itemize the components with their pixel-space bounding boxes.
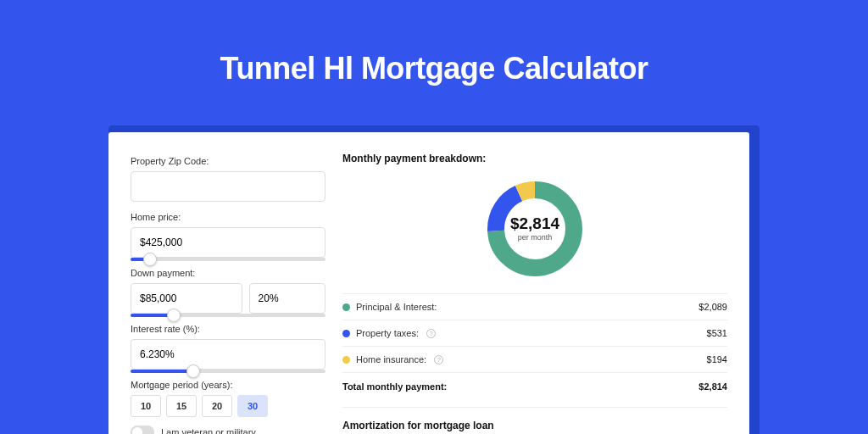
period-row: 10 15 20 30 <box>131 395 326 417</box>
legend-label: Property taxes: <box>356 328 419 338</box>
help-icon[interactable]: ? <box>426 329 436 338</box>
breakdown-title: Monthly payment breakdown: <box>342 153 727 164</box>
legend-label: Principal & Interest: <box>356 302 437 312</box>
dot-icon <box>342 303 350 311</box>
amortization-title: Amortization for mortgage loan <box>342 420 727 431</box>
period-option-20[interactable]: 20 <box>202 395 232 417</box>
toggle-knob <box>132 427 142 434</box>
interest-input[interactable] <box>131 339 326 370</box>
interest-label: Interest rate (%): <box>131 324 326 334</box>
legend-value: $194 <box>707 354 727 364</box>
interest-slider[interactable] <box>131 370 326 373</box>
donut-center-amount: $2,814 <box>510 214 560 232</box>
slider-thumb[interactable] <box>186 364 200 378</box>
legend-row-taxes: Property taxes: ? $531 <box>342 320 727 346</box>
page-title: Tunnel Hl Mortgage Calculator <box>0 0 868 86</box>
period-option-10[interactable]: 10 <box>131 395 161 417</box>
period-option-15[interactable]: 15 <box>166 395 197 417</box>
down-payment-label: Down payment: <box>131 268 326 278</box>
donut-svg: $2,814 per month <box>482 176 587 281</box>
donut-center-sub: per month <box>518 233 553 242</box>
amortization-section: Amortization for mortgage loan Amortizat… <box>342 407 727 434</box>
period-option-30[interactable]: 30 <box>237 395 268 417</box>
slider-thumb[interactable] <box>167 309 181 322</box>
legend-row-principal: Principal & Interest: $2,089 <box>342 293 727 320</box>
down-payment-input[interactable] <box>131 283 242 314</box>
veteran-toggle[interactable] <box>131 426 154 434</box>
dot-icon <box>342 330 350 337</box>
dot-icon <box>342 356 350 364</box>
total-row: Total monthly payment: $2,814 <box>342 372 727 402</box>
legend-value: $531 <box>707 328 727 338</box>
calculator-panel: Property Zip Code: Home price: Down paym… <box>108 132 749 434</box>
legend-value: $2,089 <box>698 302 727 312</box>
home-price-input[interactable] <box>131 227 326 258</box>
breakdown-column: Monthly payment breakdown: $2,814 per mo… <box>334 153 727 417</box>
form-column: Property Zip Code: Home price: Down paym… <box>131 153 334 417</box>
down-payment-slider[interactable] <box>131 314 326 317</box>
legend-row-insurance: Home insurance: ? $194 <box>342 346 727 372</box>
help-icon[interactable]: ? <box>434 355 443 364</box>
total-label: Total monthly payment: <box>342 381 447 392</box>
slider-thumb[interactable] <box>143 253 157 266</box>
total-value: $2,814 <box>698 381 727 392</box>
down-payment-pct-input[interactable] <box>249 283 326 314</box>
donut-chart: $2,814 per month <box>342 170 727 288</box>
legend-label: Home insurance: <box>356 354 426 364</box>
home-price-slider[interactable] <box>131 258 326 261</box>
zip-input[interactable] <box>131 171 326 202</box>
zip-label: Property Zip Code: <box>131 156 326 166</box>
home-price-label: Home price: <box>131 212 326 222</box>
veteran-label: I am veteran or military <box>161 427 256 434</box>
period-label: Mortgage period (years): <box>131 380 326 390</box>
